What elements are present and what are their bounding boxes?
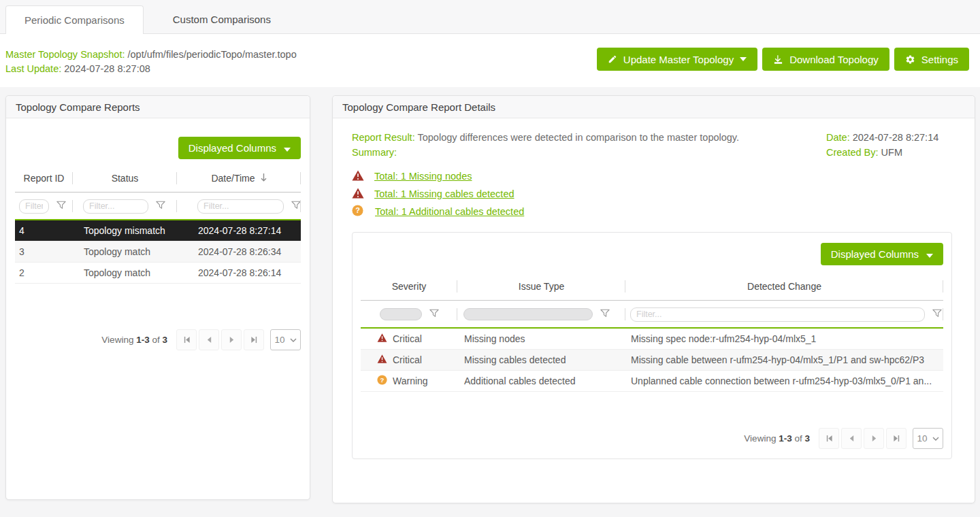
summary-list: Total: 1 Missing nodes Total: 1 Missing … bbox=[352, 170, 952, 218]
previous-page-button[interactable] bbox=[841, 428, 862, 449]
summary-item: Total: 1 Missing cables detected bbox=[352, 188, 952, 200]
critical-warning-icon bbox=[352, 170, 364, 183]
update-master-topology-button[interactable]: Update Master Topology bbox=[597, 48, 757, 71]
summary-label: Summary: bbox=[352, 145, 739, 160]
reports-panel-title: Topology Compare Reports bbox=[6, 96, 310, 118]
date-label: Date: bbox=[826, 132, 850, 143]
last-update-value: 2024-07-28 8:27:08 bbox=[64, 63, 150, 74]
tab-periodic-label: Periodic Comparisons bbox=[24, 14, 125, 26]
reports-table-header: Report ID Status Date/Time bbox=[15, 173, 301, 193]
master-topology-path: /opt/ufm/files/periodicTopo/master.topo bbox=[127, 49, 296, 60]
topology-compare-report-details-panel: Topology Compare Report Details Report R… bbox=[332, 95, 975, 503]
last-page-button[interactable] bbox=[886, 428, 906, 449]
gear-icon bbox=[905, 54, 915, 65]
status-filter-input[interactable] bbox=[83, 199, 148, 214]
reports-col-report-id[interactable]: Report ID bbox=[15, 173, 73, 184]
report-id-filter-input[interactable] bbox=[19, 199, 49, 214]
main-content: Topology Compare Reports Displayed Colum… bbox=[0, 87, 980, 517]
issues-displayed-columns-button[interactable]: Displayed Columns bbox=[821, 243, 943, 265]
report-row-selected[interactable]: 4 Topology mismatch 2024-07-28 8:27:14 bbox=[15, 219, 301, 241]
report-row[interactable]: 3 Topology match 2024-07-28 8:26:34 bbox=[15, 241, 301, 263]
chevron-down-icon bbox=[290, 338, 297, 342]
topology-compare-reports-panel: Topology Compare Reports Displayed Colum… bbox=[5, 95, 310, 500]
date-value: 2024-07-28 8:27:14 bbox=[853, 132, 939, 143]
topology-info-row: Master Topology Snapshot: /opt/ufm/files… bbox=[0, 34, 980, 87]
issue-type-filter-select[interactable] bbox=[463, 308, 593, 320]
first-page-button[interactable] bbox=[819, 428, 839, 449]
caret-down-icon bbox=[926, 248, 933, 260]
reports-viewing-label: Viewing 1-3 of 3 bbox=[101, 335, 167, 345]
details-panel-title: Topology Compare Report Details bbox=[333, 96, 975, 118]
critical-warning-icon bbox=[377, 333, 387, 344]
report-date-line: Date: 2024-07-28 8:27:14 bbox=[826, 130, 952, 145]
filter-funnel-icon[interactable] bbox=[600, 309, 610, 320]
question-warning-icon: ? bbox=[377, 375, 387, 387]
question-warning-icon: ? bbox=[352, 205, 363, 218]
sort-descending-icon bbox=[261, 173, 267, 184]
tab-custom-label: Custom Comparisons bbox=[173, 14, 271, 25]
report-result-label: Report Result: bbox=[352, 132, 415, 143]
download-topology-button[interactable]: Download Topology bbox=[762, 48, 889, 71]
filter-funnel-icon[interactable] bbox=[291, 201, 301, 212]
reports-displayed-columns-button[interactable]: Displayed Columns bbox=[178, 137, 301, 159]
tab-bar: Periodic Comparisons Custom Comparisons bbox=[0, 0, 980, 34]
reports-col-datetime[interactable]: Date/Time bbox=[177, 173, 301, 184]
chevron-down-icon bbox=[932, 437, 939, 441]
report-result-line: Report Result: Topology differences were… bbox=[352, 130, 739, 145]
datetime-filter-input[interactable] bbox=[197, 199, 284, 214]
severity-filter-select[interactable] bbox=[380, 308, 422, 320]
master-topology-label: Master Topology Snapshot: bbox=[5, 49, 125, 60]
reports-displayed-columns-label: Displayed Columns bbox=[189, 142, 276, 154]
issues-filter-row bbox=[361, 301, 943, 327]
download-topology-label: Download Topology bbox=[789, 54, 879, 65]
svg-text:?: ? bbox=[355, 206, 360, 214]
pencil-icon bbox=[608, 54, 617, 64]
issues-col-detected-change[interactable]: Detected Change bbox=[625, 281, 943, 292]
summary-missing-cables-link[interactable]: Total: 1 Missing cables detected bbox=[374, 188, 514, 199]
issues-col-severity[interactable]: Severity bbox=[361, 281, 457, 292]
next-page-button[interactable] bbox=[221, 329, 242, 350]
master-topology-line: Master Topology Snapshot: /opt/ufm/files… bbox=[5, 48, 297, 62]
created-by-label: Created By: bbox=[826, 147, 879, 158]
first-page-button[interactable] bbox=[176, 329, 197, 350]
previous-page-button[interactable] bbox=[199, 329, 219, 350]
filter-funnel-icon[interactable] bbox=[56, 201, 66, 212]
issue-row[interactable]: ? Warning Additional cables detected Unp… bbox=[361, 371, 943, 392]
settings-label: Settings bbox=[921, 54, 958, 65]
issues-table-header: Severity Issue Type Detected Change bbox=[361, 281, 943, 301]
last-page-button[interactable] bbox=[244, 329, 264, 350]
report-result-text: Topology differences were detected in co… bbox=[417, 132, 739, 143]
settings-button[interactable]: Settings bbox=[894, 48, 969, 71]
created-by-line: Created By: UFM bbox=[826, 145, 952, 160]
page-size-select[interactable]: 10 bbox=[270, 329, 301, 350]
issue-row[interactable]: Critical Missing cables detected Missing… bbox=[361, 350, 943, 371]
issues-table-container: Displayed Columns Severity Issue Type De… bbox=[352, 232, 952, 459]
detected-change-filter-input[interactable] bbox=[630, 307, 925, 322]
summary-item: ? Total: 1 Additional cables detected bbox=[352, 205, 952, 218]
caret-down-icon bbox=[740, 57, 747, 61]
download-icon bbox=[773, 54, 783, 65]
reports-pagination: Viewing 1-3 of 3 10 bbox=[15, 329, 301, 350]
reports-col-status[interactable]: Status bbox=[73, 173, 177, 184]
caret-down-icon bbox=[284, 142, 291, 154]
issues-col-issue-type[interactable]: Issue Type bbox=[457, 281, 625, 292]
summary-missing-nodes-link[interactable]: Total: 1 Missing nodes bbox=[374, 171, 472, 182]
reports-filter-row bbox=[15, 193, 301, 219]
last-update-label: Last Update: bbox=[5, 63, 61, 74]
last-update-line: Last Update: 2024-07-28 8:27:08 bbox=[5, 62, 297, 76]
tab-custom-comparisons[interactable]: Custom Comparisons bbox=[144, 5, 300, 33]
created-by-value: UFM bbox=[881, 147, 902, 158]
summary-item: Total: 1 Missing nodes bbox=[352, 170, 952, 182]
filter-funnel-icon[interactable] bbox=[429, 309, 439, 320]
tab-periodic-comparisons[interactable]: Periodic Comparisons bbox=[5, 5, 144, 34]
filter-funnel-icon[interactable] bbox=[932, 309, 942, 320]
critical-warning-icon bbox=[377, 354, 387, 365]
filter-funnel-icon[interactable] bbox=[156, 201, 165, 212]
issue-row[interactable]: Critical Missing nodes Missing spec node… bbox=[361, 329, 943, 350]
next-page-button[interactable] bbox=[864, 428, 884, 449]
report-row[interactable]: 2 Topology match 2024-07-28 8:26:14 bbox=[15, 263, 301, 284]
page-size-select[interactable]: 10 bbox=[913, 428, 943, 449]
issues-viewing-label: Viewing 1-3 of 3 bbox=[744, 433, 810, 444]
summary-additional-cables-link[interactable]: Total: 1 Additional cables detected bbox=[375, 206, 524, 217]
critical-warning-icon bbox=[352, 188, 364, 201]
